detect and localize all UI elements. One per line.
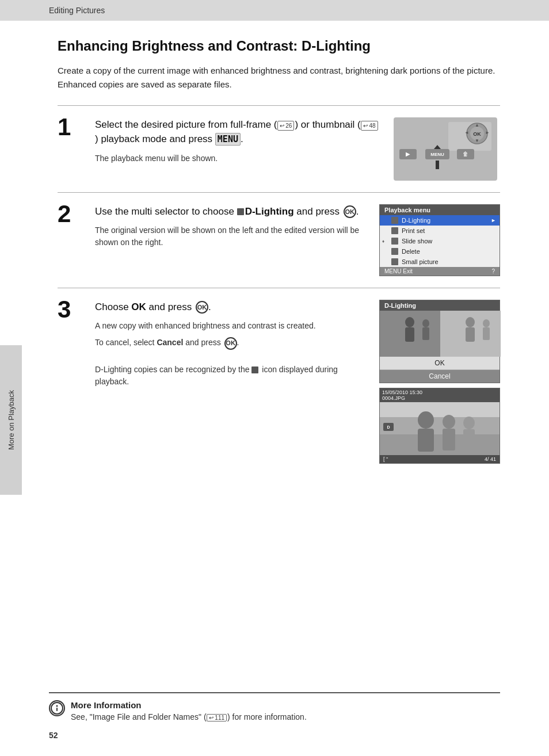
svg-text:OK: OK [473,131,481,137]
header-label: Editing Pictures [49,6,105,15]
svg-text:▶: ▶ [406,151,410,157]
delete-icon [391,248,398,255]
step-3-note3: D-Lighting copies can be recognized by t… [95,364,368,388]
menu-item-printset: Print set [380,226,500,236]
svg-rect-16 [436,161,439,169]
menu-item-delete: Delete [380,246,500,257]
svg-rect-40 [56,708,58,711]
menu-key: MENU [215,133,241,146]
playback-menu-screenshot: Playback menu D-Lighting ► Print set ♦ [379,204,500,276]
more-info-text: See, "Image File and Folder Names" (↩ 11… [71,712,500,721]
dl-cancel-button[interactable]: Cancel [380,370,500,383]
svg-rect-20 [405,327,414,342]
svg-rect-33 [443,429,455,450]
svg-text:D: D [387,425,390,429]
dlighting-copy-icon [251,366,258,373]
svg-point-30 [418,411,434,429]
svg-rect-24 [466,327,475,342]
more-info-content: More Information See, "Image File and Fo… [71,700,500,721]
ok-circle-3: OK [196,301,208,314]
smallpicture-icon [391,258,398,265]
step-1-instruction: Select the desired picture from full-fra… [95,117,379,147]
camera-buttons-svg: OK ◄ ► ▲ ▼ MENU 🗑 ▶ [394,117,497,181]
ok-button-symbol: OK [344,205,356,218]
step-3-note1: A new copy with enhanced brightness and … [95,320,368,332]
step-1-note: The playback menu will be shown. [95,152,379,165]
sidebar-text: More on Playback [7,390,16,450]
playback-screenshot: D 15/05/2010 15:30 0004.JPG [ " 4/ 41 [379,388,500,464]
step-2-content: Use the multi selector to choose D-Light… [95,204,368,249]
step-1-content: Select the desired picture from full-fra… [95,117,379,165]
menu-help-icon: ? [491,268,495,274]
menu-items-list: D-Lighting ► Print set ♦ Slide show [380,215,500,267]
step-2-note: The original version will be shown on th… [95,224,368,249]
svg-point-23 [466,317,475,327]
menu-item-dlighting: D-Lighting ► [380,215,500,226]
step-1-number: 1 [58,115,83,139]
dl-image-area [380,311,500,357]
svg-text:▼: ▼ [475,138,479,143]
slideshow-icon [391,238,398,245]
ref-111: ↩ 111 [207,714,227,721]
svg-text:▲: ▲ [475,123,479,128]
svg-text:MENU: MENU [430,152,444,157]
printset-icon [391,227,398,234]
info-icon-svg [50,701,64,715]
ok-circle-cancel: OK [224,337,237,350]
svg-point-21 [422,319,429,327]
dl-ok-button[interactable]: OK [380,357,500,370]
intro-text: Create a copy of the current image with … [58,64,500,91]
menu-item-printset-label: Print set [402,227,425,234]
menu-title: Playback menu [380,205,500,215]
ref-26: ↩ 26 [277,121,295,131]
playback-timestamp: 15/05/2010 15:30 [382,390,422,395]
svg-rect-35 [463,429,475,449]
menu-item-smallpicture-label: Small picture [402,258,439,265]
menu-item-delete-label: Delete [402,248,420,255]
header-bar: Editing Pictures [0,0,549,21]
more-info-title: More Information [71,700,500,710]
svg-text:◄: ◄ [464,130,469,135]
playback-img-area: D 15/05/2010 15:30 0004.JPG [ " 4/ 41 [380,388,500,463]
main-content: Enhancing Brightness and Contrast: D-Lig… [0,21,549,492]
svg-point-34 [463,417,475,429]
more-info-icon [49,700,65,716]
playback-bottom-bar: [ " 4/ 41 [380,455,500,463]
step-1-image: OK ◄ ► ▲ ▼ MENU 🗑 ▶ [391,117,500,181]
step-2-number: 2 [58,202,83,226]
step-3-instruction: Choose OK and press OK. [95,300,368,315]
dlighting-arrow: ► [491,217,496,223]
dl-people-svg [380,311,501,357]
playback-left-info: [ " [383,456,388,462]
svg-rect-31 [418,429,434,452]
menu-item-slideshow-label: Slide show [402,238,432,245]
menu-footer: MENU Exit ? [380,267,500,276]
svg-rect-26 [483,327,490,340]
step-3-note2: To cancel, select Cancel and press OK. [95,337,368,349]
step-2-image: Playback menu D-Lighting ► Print set ♦ [379,204,500,276]
svg-point-39 [56,705,58,707]
dlighting-icon [237,208,244,215]
step-1: 1 Select the desired picture from full-f… [58,106,500,193]
sidebar: More on Playback [0,345,22,495]
playback-counter: 4/ 41 [485,456,496,462]
page-title: Enhancing Brightness and Contrast: D-Lig… [58,38,500,55]
svg-point-32 [443,415,455,429]
step-3: 3 Choose OK and press OK. A new copy wit… [58,288,500,475]
svg-point-25 [483,319,490,327]
step-2: 2 Use the multi selector to choose D-Lig… [58,193,500,288]
playback-filename: 0004.JPG [382,395,405,401]
page-number: 52 [49,731,58,740]
menu-exit-label: MENU Exit [384,268,413,274]
svg-text:►: ► [485,130,490,135]
menu-item-dlighting-label: D-Lighting [402,217,430,224]
dlighting-menu-icon [391,217,398,224]
dlighting-ui-screenshot: D-Lighting [379,300,500,383]
menu-item-slideshow: ♦ Slide show [380,236,500,246]
svg-text:🗑: 🗑 [463,151,468,157]
step-2-instruction: Use the multi selector to choose D-Light… [95,204,368,219]
svg-rect-22 [422,327,429,340]
dl-title: D-Lighting [380,300,500,311]
step-3-content: Choose OK and press OK. A new copy with … [95,300,368,388]
ref-48: ↩ 48 [361,121,378,131]
